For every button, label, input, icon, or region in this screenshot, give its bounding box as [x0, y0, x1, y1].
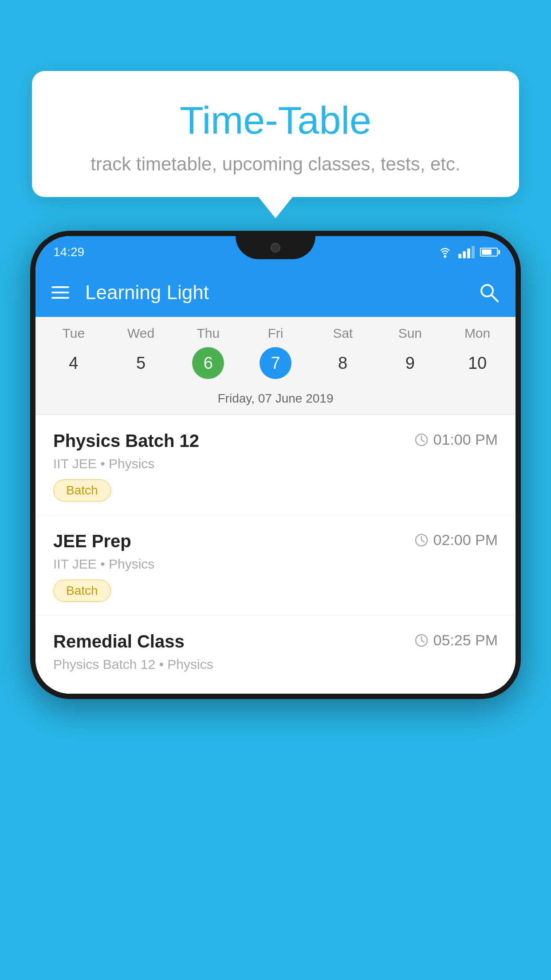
- day-name: Tue: [63, 326, 85, 341]
- day-number: 6: [192, 347, 224, 379]
- svg-line-5: [421, 440, 424, 442]
- clock-icon: [414, 633, 429, 648]
- day-name: Wed: [127, 326, 154, 341]
- battery-icon: [480, 248, 498, 257]
- status-bar: 14:29: [35, 236, 516, 268]
- schedule-list: Physics Batch 12 01:00 PMIIT JEE • Physi…: [35, 415, 516, 694]
- app-bar: Learning Light: [35, 268, 516, 317]
- tooltip-title: Time-Table: [59, 98, 492, 143]
- batch-tag: Batch: [53, 479, 111, 502]
- signal-icon: [458, 246, 475, 258]
- schedule-item[interactable]: JEE Prep 02:00 PMIIT JEE • PhysicsBatch: [35, 515, 516, 616]
- schedule-item-header: Physics Batch 12 01:00 PM: [53, 431, 498, 451]
- schedule-item-meta: IIT JEE • Physics: [53, 557, 498, 572]
- selected-date-label: Friday, 07 June 2019: [35, 384, 516, 415]
- calendar-strip: Tue4Wed5Thu6Fri7Sat8Sun9Mon10 Friday, 07…: [35, 317, 516, 415]
- schedule-item-title: Physics Batch 12: [53, 431, 199, 451]
- schedule-item-meta: IIT JEE • Physics: [53, 456, 498, 471]
- schedule-item-title: Remedial Class: [53, 632, 185, 652]
- schedule-item-meta: Physics Batch 12 • Physics: [53, 657, 498, 672]
- time-text: 02:00 PM: [433, 531, 498, 549]
- search-icon[interactable]: [478, 282, 500, 303]
- status-icons: [437, 246, 498, 258]
- tooltip-card: Time-Table track timetable, upcoming cla…: [32, 71, 519, 197]
- day-cell[interactable]: Wed5: [112, 326, 170, 379]
- schedule-item-header: JEE Prep 02:00 PM: [53, 531, 498, 551]
- app-bar-title: Learning Light: [85, 281, 462, 304]
- schedule-time: 02:00 PM: [414, 531, 498, 549]
- time-text: 05:25 PM: [433, 632, 498, 649]
- day-cell[interactable]: Mon10: [449, 326, 506, 379]
- phone-notch: [236, 236, 315, 259]
- schedule-time: 05:25 PM: [414, 632, 498, 649]
- svg-line-11: [421, 640, 424, 642]
- schedule-item-title: JEE Prep: [53, 531, 131, 551]
- day-name: Mon: [464, 326, 490, 341]
- day-cell[interactable]: Sat8: [314, 326, 372, 379]
- status-time: 14:29: [53, 245, 84, 259]
- svg-line-8: [421, 540, 424, 542]
- clock-icon: [414, 433, 429, 447]
- phone-wrapper: 14:29: [30, 231, 521, 980]
- day-number: 5: [125, 347, 157, 379]
- day-name: Thu: [197, 326, 220, 341]
- day-name: Sat: [333, 326, 353, 341]
- day-name: Sun: [398, 326, 422, 341]
- day-name: Fri: [268, 326, 283, 341]
- camera-dot: [271, 243, 280, 253]
- hamburger-line: [51, 297, 69, 299]
- day-number: 9: [394, 347, 426, 379]
- phone-frame: 14:29: [30, 231, 521, 699]
- svg-line-2: [492, 295, 498, 301]
- wifi-icon: [437, 246, 453, 258]
- phone-inner: 14:29: [35, 236, 516, 694]
- schedule-item-header: Remedial Class 05:25 PM: [53, 632, 498, 652]
- day-number: 10: [461, 347, 493, 379]
- day-cell[interactable]: Thu6: [179, 326, 237, 379]
- day-cell[interactable]: Fri7: [247, 326, 304, 379]
- svg-point-0: [444, 255, 446, 258]
- day-number: 8: [327, 347, 359, 379]
- day-number: 4: [58, 347, 90, 379]
- clock-icon: [414, 533, 429, 547]
- day-number: 7: [260, 347, 291, 379]
- day-cell[interactable]: Sun9: [381, 326, 439, 379]
- schedule-item[interactable]: Remedial Class 05:25 PMPhysics Batch 12 …: [35, 616, 516, 694]
- time-text: 01:00 PM: [433, 431, 498, 448]
- schedule-item[interactable]: Physics Batch 12 01:00 PMIIT JEE • Physi…: [35, 415, 516, 515]
- hamburger-line: [51, 286, 69, 288]
- hamburger-line: [51, 292, 69, 293]
- days-row: Tue4Wed5Thu6Fri7Sat8Sun9Mon10: [35, 326, 516, 379]
- tooltip-subtitle: track timetable, upcoming classes, tests…: [59, 154, 492, 175]
- batch-tag: Batch: [53, 580, 111, 602]
- day-cell[interactable]: Tue4: [45, 326, 102, 379]
- hamburger-menu-icon[interactable]: [51, 286, 69, 299]
- battery-fill: [482, 249, 492, 255]
- schedule-time: 01:00 PM: [414, 431, 498, 448]
